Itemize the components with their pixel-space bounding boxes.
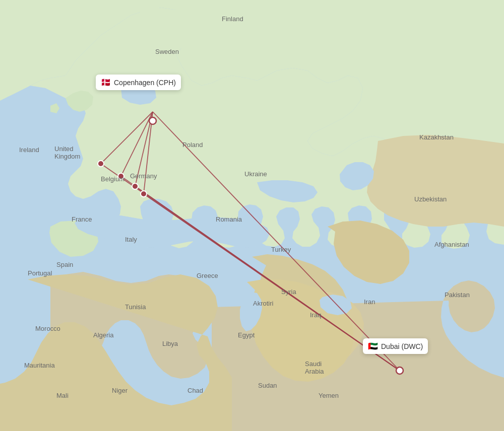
airport-label-dwc: 🇦🇪 Dubai (DWC) [363,338,428,354]
svg-point-5 [149,117,156,124]
svg-point-6 [396,367,403,374]
airport-label-cph: 🇩🇰 Copenhagen (CPH) [96,75,181,90]
svg-point-2 [118,173,124,179]
cph-flag: 🇩🇰 [101,78,111,87]
map-container: Finland Sweden UnitedKingdom Ireland Bel… [0,0,504,431]
svg-point-1 [98,161,104,167]
cph-name: Copenhagen (CPH) [114,79,176,87]
svg-point-4 [141,191,147,197]
dwc-flag: 🇦🇪 [368,341,378,351]
dwc-name: Dubai (DWC) [381,342,423,350]
svg-point-3 [132,183,138,189]
